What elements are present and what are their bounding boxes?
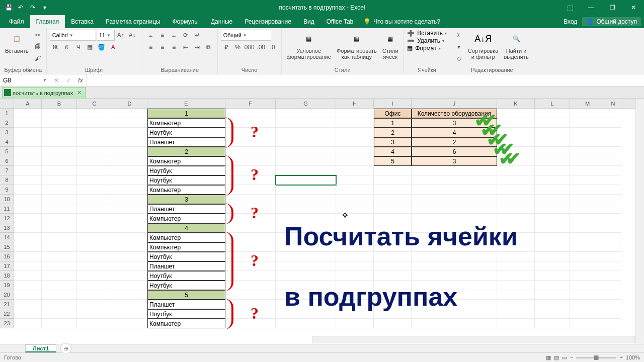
cell[interactable] <box>112 137 147 147</box>
cell[interactable] <box>276 242 336 252</box>
cell[interactable] <box>497 281 535 290</box>
cell[interactable] <box>605 204 621 214</box>
cell[interactable] <box>336 271 374 281</box>
cell[interactable] <box>412 166 497 175</box>
doc-tab-close-icon[interactable]: ✕ <box>77 89 82 96</box>
align-middle-icon[interactable]: ≡ <box>157 30 168 41</box>
row-header[interactable]: 17 <box>0 261 14 271</box>
cell[interactable] <box>225 309 276 319</box>
cell[interactable] <box>112 261 147 271</box>
cell[interactable]: Офис <box>374 109 412 118</box>
decrease-decimal-icon[interactable]: .0 <box>267 42 278 53</box>
cell[interactable]: 2 <box>374 128 412 137</box>
cell[interactable] <box>77 109 112 118</box>
cell[interactable] <box>14 118 42 128</box>
col-header[interactable]: G <box>276 99 336 108</box>
indent-decrease-icon[interactable]: ⇤ <box>180 42 191 53</box>
cell[interactable] <box>42 242 77 252</box>
cell[interactable] <box>112 147 147 156</box>
cell[interactable] <box>77 195 112 204</box>
col-header[interactable]: E <box>147 99 225 108</box>
cell[interactable] <box>497 166 535 175</box>
cell[interactable] <box>14 128 42 137</box>
paste-button[interactable]: 📋 Вставить <box>3 30 31 55</box>
cell[interactable] <box>77 271 112 281</box>
cell[interactable] <box>605 156 621 166</box>
cell[interactable] <box>570 223 605 233</box>
cell[interactable] <box>42 300 77 309</box>
cell[interactable] <box>336 195 374 204</box>
cell[interactable] <box>225 137 276 147</box>
cell[interactable] <box>535 147 570 156</box>
cell[interactable] <box>276 109 336 118</box>
cell[interactable] <box>77 300 112 309</box>
cell[interactable] <box>14 156 42 166</box>
cell[interactable] <box>112 319 147 328</box>
cell[interactable] <box>570 166 605 175</box>
cell[interactable] <box>497 204 535 214</box>
cell[interactable] <box>77 118 112 128</box>
col-header[interactable]: C <box>77 99 112 108</box>
cell[interactable] <box>276 204 336 214</box>
cell[interactable]: Ноутбук <box>147 166 225 175</box>
decrease-font-icon[interactable]: A↓ <box>127 30 138 41</box>
cell[interactable] <box>412 319 497 328</box>
cell[interactable] <box>276 290 336 300</box>
cell[interactable] <box>605 175 621 185</box>
col-header[interactable]: M <box>570 99 605 108</box>
cell[interactable] <box>276 175 336 185</box>
cell[interactable] <box>77 175 112 185</box>
cell[interactable] <box>605 233 621 242</box>
col-header[interactable]: L <box>535 99 570 108</box>
cell[interactable] <box>14 204 42 214</box>
cell[interactable] <box>42 185 77 195</box>
tab-data[interactable]: Данные <box>205 15 238 28</box>
cell[interactable] <box>605 242 621 252</box>
cell[interactable]: 1 <box>147 109 225 118</box>
cell[interactable] <box>336 137 374 147</box>
cell[interactable] <box>570 128 605 137</box>
row-header[interactable]: 22 <box>0 309 14 319</box>
cell[interactable] <box>276 309 336 319</box>
cell[interactable] <box>336 242 374 252</box>
cell[interactable] <box>77 242 112 252</box>
cell[interactable] <box>497 175 535 185</box>
cell[interactable] <box>112 214 147 223</box>
cell[interactable] <box>605 309 621 319</box>
border-icon[interactable]: ▦ <box>85 42 96 53</box>
orientation-icon[interactable]: ⟳ <box>180 30 191 41</box>
cell[interactable] <box>276 128 336 137</box>
zoom-value[interactable]: 100% <box>626 354 640 360</box>
cell[interactable] <box>14 319 42 328</box>
cell[interactable] <box>77 185 112 195</box>
cell[interactable] <box>535 185 570 195</box>
tab-insert[interactable]: Вставка <box>65 15 100 28</box>
col-header[interactable]: D <box>112 99 147 108</box>
cell[interactable] <box>276 185 336 195</box>
cell[interactable]: 5 <box>147 290 225 300</box>
cell[interactable] <box>605 147 621 156</box>
cell[interactable]: Компьютер <box>147 319 225 328</box>
cell[interactable] <box>497 242 535 252</box>
sign-in[interactable]: Вход <box>564 18 577 25</box>
cell[interactable] <box>374 195 412 204</box>
cell[interactable] <box>14 137 42 147</box>
cell[interactable] <box>112 290 147 300</box>
cell[interactable] <box>42 156 77 166</box>
cut-icon[interactable]: ✂ <box>32 30 43 41</box>
minimize-icon[interactable]: — <box>581 0 602 15</box>
cell[interactable] <box>14 185 42 195</box>
enter-formula-icon[interactable]: ✓ <box>62 77 74 84</box>
cell[interactable] <box>42 223 77 233</box>
row-header[interactable]: 21 <box>0 300 14 309</box>
col-header[interactable]: A <box>14 99 42 108</box>
cell[interactable] <box>225 118 276 128</box>
zoom-slider[interactable] <box>576 357 616 358</box>
cell[interactable] <box>42 233 77 242</box>
cell[interactable] <box>276 137 336 147</box>
cell[interactable] <box>605 290 621 300</box>
close-icon[interactable]: ✕ <box>623 0 644 15</box>
autosum-icon[interactable]: Σ <box>453 30 464 41</box>
view-normal-icon[interactable]: ▦ <box>546 354 551 361</box>
cell[interactable] <box>336 233 374 242</box>
